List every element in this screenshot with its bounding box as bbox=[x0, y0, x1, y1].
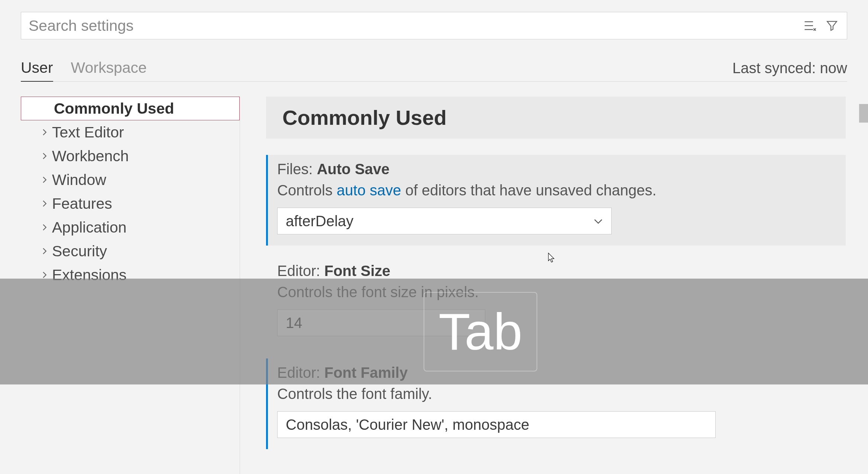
outline-label: Commonly Used bbox=[54, 100, 174, 117]
chevron-right-icon bbox=[37, 129, 52, 136]
settings-list: Commonly Used Files: Auto Save Controls … bbox=[240, 97, 868, 474]
tab-user[interactable]: User bbox=[21, 55, 53, 82]
fontfamily-input[interactable] bbox=[277, 411, 716, 438]
outline-item-window[interactable]: Window bbox=[21, 168, 240, 192]
autosave-link[interactable]: auto save bbox=[337, 182, 401, 198]
desc-text: of editors that have unsaved changes. bbox=[401, 182, 657, 198]
clear-search-icon[interactable] bbox=[802, 18, 817, 33]
chevron-down-icon bbox=[593, 213, 603, 230]
tabs-row: User Workspace Last synced: now bbox=[21, 55, 847, 82]
settings-outline: Commonly Used Text Editor Workbench Wind… bbox=[21, 97, 240, 474]
setting-description: Controls auto save of editors that have … bbox=[277, 182, 835, 199]
outline-item-features[interactable]: Features bbox=[21, 192, 240, 215]
outline-item-application[interactable]: Application bbox=[21, 215, 240, 239]
outline-item-commonly-used[interactable]: Commonly Used bbox=[21, 97, 240, 120]
setting-title: Files: Auto Save bbox=[277, 161, 835, 178]
setting-prefix: Files: bbox=[277, 161, 317, 177]
group-title: Commonly Used bbox=[266, 97, 846, 139]
setting-description: Controls the font size in pixels. bbox=[277, 284, 835, 301]
scrollbar-thumb[interactable] bbox=[859, 104, 868, 123]
setting-editor-fontfamily: Editor: Font Family Controls the font fa… bbox=[266, 358, 846, 449]
outline-label: Workbench bbox=[52, 147, 129, 165]
outline-label: Features bbox=[52, 195, 112, 212]
setting-name: Font Size bbox=[324, 263, 391, 279]
setting-prefix: Editor: bbox=[277, 263, 324, 279]
desc-text: Controls bbox=[277, 182, 337, 198]
outline-label: Window bbox=[52, 171, 106, 189]
outline-label: Text Editor bbox=[52, 124, 124, 141]
setting-title: Editor: Font Family bbox=[277, 364, 835, 381]
chevron-right-icon bbox=[37, 247, 52, 255]
chevron-right-icon bbox=[37, 176, 52, 184]
setting-description: Controls the font family. bbox=[277, 386, 835, 402]
sync-status: Last synced: now bbox=[732, 60, 847, 77]
tab-workspace[interactable]: Workspace bbox=[71, 55, 147, 82]
fontsize-input[interactable] bbox=[277, 309, 485, 336]
search-bar bbox=[21, 12, 847, 39]
chevron-right-icon bbox=[37, 224, 52, 231]
outline-label: Extensions bbox=[52, 266, 127, 284]
chevron-right-icon bbox=[37, 200, 52, 207]
chevron-right-icon bbox=[37, 271, 52, 279]
setting-name: Font Family bbox=[324, 364, 408, 381]
content: Commonly Used Text Editor Workbench Wind… bbox=[21, 97, 868, 474]
scope-tabs: User Workspace bbox=[21, 55, 147, 82]
select-value: afterDelay bbox=[286, 213, 353, 230]
chevron-right-icon bbox=[37, 152, 52, 160]
setting-files-autosave: Files: Auto Save Controls auto save of e… bbox=[266, 155, 846, 246]
setting-editor-fontsize: Editor: Font Size Controls the font size… bbox=[266, 257, 846, 347]
outline-item-security[interactable]: Security bbox=[21, 239, 240, 263]
search-actions bbox=[802, 18, 839, 33]
autosave-select[interactable]: afterDelay bbox=[277, 208, 612, 234]
setting-prefix: Editor: bbox=[277, 364, 324, 381]
setting-name: Auto Save bbox=[317, 161, 390, 177]
setting-title: Editor: Font Size bbox=[277, 263, 835, 279]
outline-label: Security bbox=[52, 243, 107, 260]
outline-label: Application bbox=[52, 219, 127, 236]
outline-item-workbench[interactable]: Workbench bbox=[21, 144, 240, 168]
outline-item-extensions[interactable]: Extensions bbox=[21, 263, 240, 287]
filter-icon[interactable] bbox=[825, 18, 839, 33]
search-input[interactable] bbox=[29, 17, 802, 35]
outline-item-text-editor[interactable]: Text Editor bbox=[21, 120, 240, 144]
